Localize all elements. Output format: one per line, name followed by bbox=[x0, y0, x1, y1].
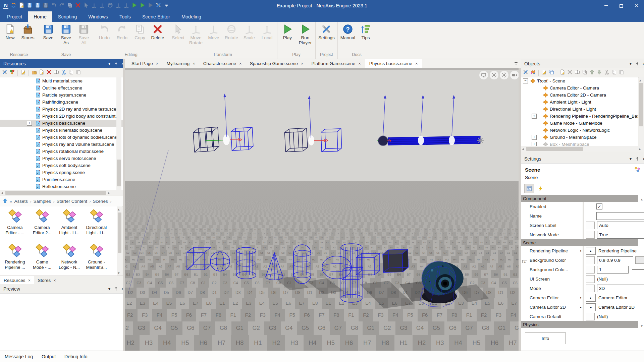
ribbon-tab-modeling[interactable]: Modeling bbox=[176, 11, 207, 22]
qat-save-button[interactable] bbox=[27, 2, 33, 9]
slider-text-input[interactable]: 1 bbox=[597, 266, 629, 274]
resource-grid-item[interactable]: GameMode - ... bbox=[29, 243, 56, 278]
objects-edit-button[interactable] bbox=[541, 69, 547, 76]
ribbon-button-new[interactable]: New bbox=[1, 23, 19, 40]
close-icon[interactable]: × bbox=[415, 61, 418, 66]
pin-icon[interactable] bbox=[634, 156, 641, 162]
dock-tab-stores[interactable]: Stores× bbox=[34, 276, 59, 285]
resources-tree-item[interactable]: Physics soft body.scene bbox=[0, 162, 123, 169]
dropdown[interactable]: Auto▾ bbox=[597, 222, 644, 229]
resource-grid-item[interactable]: CameraEditor - ... bbox=[1, 208, 29, 243]
resources-edit-button[interactable] bbox=[20, 69, 26, 76]
close-icon[interactable]: × bbox=[53, 278, 56, 283]
checkbox[interactable]: ✓ bbox=[596, 203, 602, 209]
close-icon[interactable]: × bbox=[301, 61, 304, 66]
color-swatch[interactable] bbox=[635, 256, 644, 264]
qat-axis-button[interactable] bbox=[91, 2, 97, 9]
text-input[interactable] bbox=[596, 212, 644, 220]
resources-rename-button[interactable] bbox=[54, 69, 59, 76]
default-box[interactable] bbox=[586, 222, 595, 229]
qat-new-file-button[interactable] bbox=[19, 2, 24, 9]
ribbon-button-manual[interactable]: ?Manual bbox=[339, 23, 357, 40]
resources-tree-item[interactable]: +Physics basics.scene bbox=[0, 120, 123, 127]
qat-axis-button[interactable] bbox=[99, 2, 105, 9]
breadcrumb-segment[interactable]: Scenes bbox=[93, 199, 108, 204]
tab-list-menu-button[interactable] bbox=[514, 59, 521, 68]
qat-axis-button[interactable] bbox=[115, 2, 121, 9]
default-box[interactable] bbox=[586, 266, 595, 274]
objects-tree-vscrollbar[interactable]: ▴ bbox=[639, 77, 644, 146]
breadcrumb-up-icon[interactable] bbox=[3, 198, 8, 204]
close-icon[interactable]: × bbox=[156, 61, 159, 66]
qat-tools-button[interactable] bbox=[156, 2, 161, 9]
dropdown[interactable]: 3D▾ bbox=[597, 285, 644, 292]
viewport-monitor-button[interactable] bbox=[479, 71, 488, 79]
resources-tree-item[interactable]: Physics lots of dynamic bodies.scene bbox=[0, 134, 123, 141]
resource-grid-item[interactable]: Ground -MeshInS... bbox=[83, 243, 110, 278]
qat-undo-button[interactable] bbox=[51, 2, 57, 9]
resources-copy-button[interactable] bbox=[68, 69, 74, 76]
qat-sync-button[interactable] bbox=[11, 2, 16, 9]
default-box[interactable] bbox=[586, 313, 595, 320]
resource-grid-item[interactable]: DirectionalLight - Li... bbox=[83, 208, 110, 243]
resources-paste-button[interactable] bbox=[76, 69, 81, 76]
objects-down-button[interactable] bbox=[597, 69, 602, 76]
scene-viewport[interactable]: H1H2H3H4H5H6H7H8H1H2H3H4H5H6H7H8H1H2H3H4… bbox=[125, 70, 519, 351]
events-tab-button[interactable] bbox=[535, 184, 545, 193]
objects-tree-item[interactable]: Camera Editor - Camera bbox=[521, 84, 638, 92]
resources-tree-item[interactable]: Multi material.scene bbox=[0, 77, 123, 84]
reference-button[interactable]: ▸ bbox=[586, 303, 596, 311]
color-text-input[interactable]: 0.9 0.9 0.9 bbox=[597, 256, 633, 264]
qat-play-button[interactable] bbox=[148, 2, 153, 9]
resources-cut-button[interactable] bbox=[61, 69, 66, 76]
ribbon-tab-windows[interactable]: Windows bbox=[83, 11, 114, 22]
viewport-sun-button[interactable] bbox=[500, 71, 508, 79]
ribbon-button-delete[interactable]: Delete bbox=[149, 23, 166, 40]
qat-delete-button[interactable] bbox=[75, 2, 81, 9]
qat-rotate-button[interactable] bbox=[107, 2, 113, 9]
objects-tree-item[interactable]: −'Root' - Scene bbox=[521, 77, 638, 84]
ribbon-button-tips[interactable]: Tips bbox=[357, 23, 374, 40]
resources-tree-item[interactable]: Physics spring.scene bbox=[0, 169, 123, 176]
qat-save-button[interactable] bbox=[43, 2, 49, 9]
qat-redo-button[interactable] bbox=[59, 2, 65, 9]
chevron-down-icon[interactable]: ▾ bbox=[106, 60, 113, 67]
objects-tree-item[interactable]: Ambient Light - Light bbox=[521, 99, 638, 106]
default-box[interactable] bbox=[586, 231, 595, 239]
resource-grid-item[interactable]: AmbientLight - Li... bbox=[56, 208, 83, 243]
resources-tree-item[interactable]: Physics servo motor.scene bbox=[0, 155, 123, 162]
resources-tools-button[interactable] bbox=[2, 69, 7, 76]
reference-button[interactable]: ▸ bbox=[586, 247, 596, 255]
objects-tree-item[interactable]: +Box - MeshInSpace bbox=[521, 141, 638, 146]
resources-tree-item[interactable]: Particle system.scene bbox=[0, 92, 123, 99]
objects-tree-item[interactable]: +Rendering Pipeline - RenderingPipeline_… bbox=[521, 113, 638, 120]
close-icon[interactable]: × bbox=[28, 278, 31, 283]
close-icon[interactable]: × bbox=[641, 156, 644, 162]
chevron-down-icon[interactable]: ▾ bbox=[627, 156, 634, 162]
ribbon-button-run-player[interactable]: Run Player bbox=[297, 23, 314, 45]
close-icon[interactable]: × bbox=[193, 61, 195, 66]
ribbon-tab-project[interactable]: Project bbox=[1, 11, 28, 22]
resource-grid-item[interactable]: NetworkLogic - N... bbox=[56, 243, 83, 278]
ribbon-button-play[interactable]: Play bbox=[279, 23, 296, 40]
qat-axis-button[interactable] bbox=[123, 2, 129, 9]
resources-tree-item[interactable]: Physics rotational motor.scene bbox=[0, 148, 123, 155]
right-splitter[interactable] bbox=[519, 59, 521, 351]
ribbon-button-settings[interactable]: Settings bbox=[317, 23, 336, 40]
objects-copy-button[interactable] bbox=[611, 69, 617, 76]
resources-tree-item[interactable]: Primitives.scene bbox=[0, 176, 123, 183]
restore-button[interactable] bbox=[614, 0, 629, 11]
objects-cut-button[interactable] bbox=[604, 69, 609, 76]
resource-grid-item[interactable]: RenderingPipeline ... bbox=[1, 243, 29, 278]
resources-tree-item[interactable]: Physics 2D ray and volume tests.scene bbox=[0, 106, 123, 113]
objects-delete-button[interactable] bbox=[567, 69, 573, 76]
objects-puzzle-color-button[interactable] bbox=[530, 69, 536, 76]
objects-tree-item[interactable]: Network Logic - NetworkLogic bbox=[521, 127, 638, 134]
expander-icon[interactable]: − bbox=[523, 78, 528, 83]
document-tab-start-page[interactable]: Start Page× bbox=[127, 59, 162, 68]
settings-group-header-component[interactable]: Component bbox=[521, 195, 638, 202]
settings-group-header-physics[interactable]: Physics bbox=[521, 321, 638, 328]
objects-paste-button[interactable] bbox=[619, 69, 624, 76]
objects-tree-item[interactable]: Directional Light - Light bbox=[521, 106, 638, 113]
resources-tree-item[interactable]: Outline effect.scene bbox=[0, 84, 123, 92]
